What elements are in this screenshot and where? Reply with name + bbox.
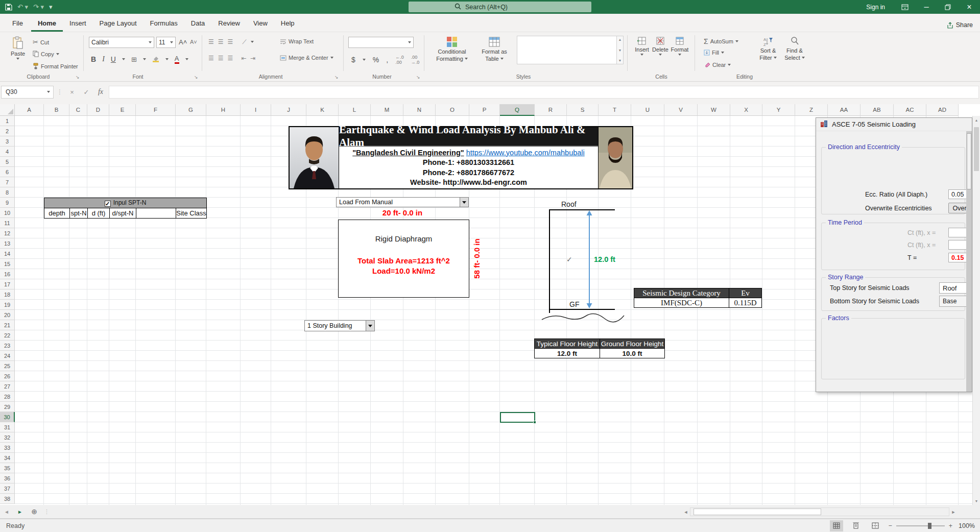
column-header-X[interactable]: X — [730, 104, 762, 116]
hscroll-left-icon[interactable]: ◄ — [682, 510, 690, 515]
name-box[interactable]: Q30 — [1, 86, 54, 99]
row-header-7[interactable]: 7 — [0, 177, 15, 187]
row-header-12[interactable]: 12 — [0, 228, 15, 238]
shrink-font-icon[interactable]: A˅ — [190, 39, 197, 45]
font-size-select[interactable]: 11 — [156, 37, 176, 48]
font-dialog-launcher[interactable]: ↘ — [194, 75, 198, 80]
asce-dialog-scrollbar[interactable] — [966, 131, 972, 392]
row-header-18[interactable]: 18 — [0, 289, 15, 300]
column-header-AB[interactable]: AB — [861, 104, 894, 116]
row-header-1[interactable]: 1 — [0, 116, 15, 126]
hscroll-right-icon[interactable]: ► — [949, 510, 958, 515]
row-header-15[interactable]: 15 — [0, 259, 15, 269]
minimize-button[interactable]: ─ — [916, 0, 937, 14]
formula-input[interactable] — [109, 86, 979, 99]
row-header-17[interactable]: 17 — [0, 279, 15, 289]
redo-icon[interactable]: ↷ ▾ — [33, 4, 44, 10]
horizontal-scrollbar[interactable]: ◄ ► — [682, 507, 958, 517]
column-header-H[interactable]: H — [206, 104, 241, 116]
zoom-slider[interactable] — [896, 525, 945, 526]
cell-styles-gallery[interactable] — [517, 36, 617, 64]
row-header-32[interactable]: 32 — [0, 432, 15, 443]
column-header-N[interactable]: N — [403, 104, 436, 116]
row-header-3[interactable]: 3 — [0, 136, 15, 147]
column-header-P[interactable]: P — [469, 104, 500, 116]
row-header-30[interactable]: 30 — [0, 412, 15, 422]
column-header-AC[interactable]: AC — [894, 104, 926, 116]
borders-icon[interactable]: ⊞ — [131, 56, 137, 63]
decrease-decimal-icon[interactable]: .00→.0 — [411, 55, 420, 65]
increase-indent-icon[interactable]: ⇥ — [250, 55, 255, 62]
row-header-34[interactable]: 34 — [0, 453, 15, 463]
column-header-L[interactable]: L — [339, 104, 371, 116]
row-header-23[interactable]: 23 — [0, 341, 15, 351]
row-header-14[interactable]: 14 — [0, 249, 15, 259]
column-header-Q[interactable]: Q — [500, 104, 535, 116]
column-header-AD[interactable]: AD — [926, 104, 959, 116]
zoom-out-icon[interactable]: − — [888, 522, 892, 529]
column-header-B[interactable]: B — [44, 104, 69, 116]
column-header-A[interactable]: A — [15, 104, 44, 116]
row-header-5[interactable]: 5 — [0, 157, 15, 167]
align-top-icon[interactable]: ☰ — [208, 38, 214, 45]
row-header-19[interactable]: 19 — [0, 300, 15, 310]
row-header-31[interactable]: 31 — [0, 422, 15, 432]
tab-scroll-right-icon[interactable]: ► — [13, 505, 27, 518]
ribbon-tab-help[interactable]: Help — [274, 15, 301, 32]
percent-format-icon[interactable]: % — [373, 56, 379, 64]
row-header-25[interactable]: 25 — [0, 361, 15, 371]
selected-cell[interactable] — [500, 412, 535, 423]
font-name-select[interactable]: Calibri — [89, 37, 154, 48]
align-middle-icon[interactable]: ☰ — [218, 38, 224, 45]
ribbon-tab-view[interactable]: View — [247, 15, 274, 32]
clear-button[interactable]: Clear — [704, 62, 731, 68]
row-header-38[interactable]: 38 — [0, 494, 15, 504]
ribbon-tab-insert[interactable]: Insert — [63, 15, 93, 32]
page-break-view-icon[interactable] — [869, 520, 882, 531]
column-header-K[interactable]: K — [306, 104, 339, 116]
comma-format-icon[interactable]: , — [386, 56, 388, 64]
orientation-icon[interactable]: ⟋ — [242, 38, 246, 45]
ribbon-tab-formulas[interactable]: Formulas — [144, 15, 184, 32]
column-header-AA[interactable]: AA — [828, 104, 861, 116]
align-left-icon[interactable]: ☰ — [208, 55, 214, 62]
column-header-C[interactable]: C — [69, 104, 87, 116]
ribbon-tab-home[interactable]: Home — [31, 15, 63, 32]
format-as-table-button[interactable]: Format asTable — [476, 36, 513, 62]
zoom-in-icon[interactable]: + — [949, 522, 952, 529]
ribbon-tab-review[interactable]: Review — [211, 15, 247, 32]
customize-qat-icon[interactable]: ▾ — [49, 4, 53, 10]
paste-button[interactable]: Paste — [6, 36, 30, 60]
grow-font-icon[interactable]: A˄ — [179, 38, 187, 46]
font-color-icon[interactable]: A — [175, 55, 179, 64]
column-header-Z[interactable]: Z — [795, 104, 828, 116]
new-sheet-button[interactable]: ⊕ — [27, 505, 42, 518]
tab-scroll-left-icon[interactable]: ◄ — [0, 505, 13, 518]
vertical-scrollbar[interactable]: ▲ ▼ — [972, 116, 980, 505]
column-header-U[interactable]: U — [631, 104, 664, 116]
page-layout-view-icon[interactable] — [849, 520, 863, 531]
align-right-icon[interactable]: ☰ — [228, 55, 233, 62]
scroll-down-icon[interactable]: ▼ — [973, 497, 980, 505]
search-input[interactable]: Search (Alt+Q) — [409, 2, 591, 12]
row-header-4[interactable]: 4 — [0, 147, 15, 157]
row-header-9[interactable]: 9 — [0, 198, 15, 208]
wrap-text-button[interactable]: Wrap Text — [280, 38, 314, 44]
ribbon-tab-page-layout[interactable]: Page Layout — [93, 15, 144, 32]
ribbon-tab-data[interactable]: Data — [184, 15, 211, 32]
cut-button[interactable]: ✂Cut — [33, 38, 49, 46]
column-header-I[interactable]: I — [241, 104, 271, 116]
top-story-select[interactable]: Roof — [939, 282, 970, 294]
input-spt-checkbox[interactable]: ✓ — [105, 201, 111, 207]
accounting-format-icon[interactable]: $ — [351, 56, 355, 64]
column-header-J[interactable]: J — [271, 104, 306, 116]
horizontal-scroll-thumb[interactable] — [694, 509, 821, 515]
row-header-28[interactable]: 28 — [0, 392, 15, 402]
cells-grid[interactable]: ✓Inpul SPT-Ndepthspt-Nd (ft)d/spt-NSite … — [15, 116, 972, 505]
select-all-corner[interactable] — [0, 104, 15, 116]
column-header-Y[interactable]: Y — [762, 104, 795, 116]
row-header-13[interactable]: 13 — [0, 238, 15, 249]
find-select-button[interactable]: Find &Select — [782, 36, 807, 61]
column-header-M[interactable]: M — [371, 104, 403, 116]
column-header-R[interactable]: R — [535, 104, 567, 116]
